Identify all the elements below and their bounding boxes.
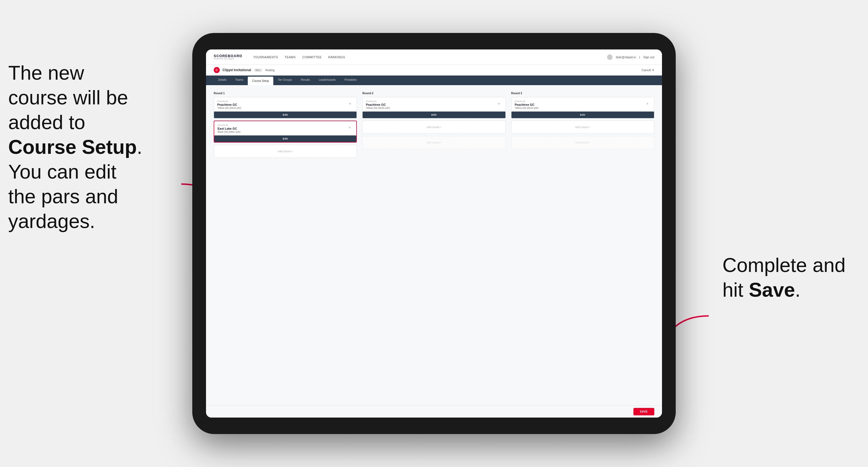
round-2-title: Round 2 <box>362 92 505 95</box>
course-a-name: Peachtree GC <box>217 103 353 106</box>
logo: SCOREBOARD Powered by clippd <box>214 54 242 60</box>
separator: | <box>639 56 640 59</box>
round-2-add-course-button-2: Add Course + <box>362 136 505 149</box>
tab-leaderboards[interactable]: Leaderboards <box>314 75 340 85</box>
c-logo-icon: C <box>214 67 220 73</box>
round-1-course-b-card: (Course B) ✕ East Lake GC Black (M) (689… <box>214 121 357 143</box>
top-nav: SCOREBOARD Powered by clippd TOURNAMENTS… <box>206 50 662 65</box>
round-2-course-a-card: (Course A) ✕ Peachtree GC Yellow (M) (66… <box>362 97 505 118</box>
nav-right: blair@clippd.io | Sign out <box>607 54 654 60</box>
annotation-left: The new course will be added to Course S… <box>8 60 167 234</box>
round-2-course-a-tee: Yellow (M) (6629 yds) <box>366 106 502 109</box>
nav-teams[interactable]: TEAMS <box>285 54 296 60</box>
sub-tabs: Details Teams Course Setup Tee Groups Re… <box>206 75 662 85</box>
save-button[interactable]: SAVE <box>633 408 655 415</box>
round-1-course-a-wrap: (Course A) ✕ Peachtree GC Yellow (M) (66… <box>214 97 357 121</box>
screen-footer: SAVE <box>206 405 662 417</box>
round-2-course-a-name: Peachtree GC <box>366 103 502 106</box>
nav-tournaments[interactable]: TOURNAMENTS <box>253 54 278 60</box>
round-3-delete-icon[interactable]: ✕ <box>646 102 649 105</box>
round-3-add-course-button[interactable]: Add Course + <box>511 121 654 134</box>
tournament-bar: C Clippd Invitational Men Hosting Cancel… <box>206 65 662 75</box>
round-1-course-a-card: (Course A) ✕ Peachtree GC Yellow (M) (66… <box>214 97 357 118</box>
round-3-add-course-button-2: Add Course + <box>511 136 654 149</box>
round-3-title: Round 3 <box>511 92 654 95</box>
tablet-frame: SCOREBOARD Powered by clippd TOURNAMENTS… <box>192 33 676 434</box>
edit-course-a-button[interactable]: Edit <box>214 112 356 118</box>
course-b-name: East Lake GC <box>218 127 353 130</box>
round-1-course-b-wrap: (Course B) ✕ East Lake GC Black (M) (689… <box>214 121 357 145</box>
edit-course-b-button[interactable]: Edit <box>214 135 356 142</box>
round-2-course-a-wrap: (Course A) ✕ Peachtree GC Yellow (M) (66… <box>362 97 505 121</box>
round-1-title: Round 1 <box>214 92 357 95</box>
round-3-edit-button[interactable]: Edit <box>512 112 654 118</box>
cancel-button[interactable]: Cancel ✕ <box>642 68 654 72</box>
tab-course-setup[interactable]: Course Setup <box>248 76 273 85</box>
delete-course-a-icon[interactable]: ✕ <box>349 102 351 105</box>
round-1-add-course-button[interactable]: Add Course + <box>214 145 357 158</box>
annotation-right: Complete and hit Save. <box>722 253 860 302</box>
tab-printables[interactable]: Printables <box>340 75 361 85</box>
tournament-status: Hosting <box>265 69 274 72</box>
nav-links: TOURNAMENTS TEAMS COMMITTEE RANKINGS <box>253 54 598 60</box>
content-area: Round 1 (Course A) ✕ Peachtree GC Yellow… <box>206 85 662 405</box>
round-3-course-a-card: (Course A) ✕ Peachtree GC Yellow (M) (66… <box>511 97 654 118</box>
tab-details[interactable]: Details <box>214 75 231 85</box>
round-2-add-course-button[interactable]: Add Course + <box>362 121 505 134</box>
sign-out-link[interactable]: Sign out <box>643 56 654 59</box>
round-3-course-a-tee: Yellow (M) (6629 yds) <box>515 106 651 109</box>
round-2-delete-icon[interactable]: ✕ <box>498 102 500 105</box>
round-3-course-a-wrap: (Course A) ✕ Peachtree GC Yellow (M) (66… <box>511 97 654 121</box>
tournament-info: C Clippd Invitational Men Hosting <box>214 67 274 73</box>
course-b-tee: Black (M) (6891 yds) <box>218 130 353 133</box>
tab-teams[interactable]: Teams <box>231 75 248 85</box>
round-3-course-a-label: (Course A) <box>515 100 651 102</box>
round-3-course-a-name: Peachtree GC <box>515 103 651 106</box>
nav-committee[interactable]: COMMITTEE <box>303 54 322 60</box>
round-2-course-a-label: (Course A) <box>366 100 502 102</box>
tab-results[interactable]: Results <box>297 75 314 85</box>
nav-rankings[interactable]: RANKINGS <box>328 54 345 60</box>
round-2-edit-button[interactable]: Edit <box>363 112 505 118</box>
course-a-tee: Yellow (M) (6629 yds) <box>217 106 353 109</box>
course-b-label: (Course B) <box>218 124 353 126</box>
avatar <box>607 54 613 60</box>
logo-sub: Powered by clippd <box>214 58 242 60</box>
tournament-gender: Men <box>254 68 262 72</box>
round-2-column: Round 2 (Course A) ✕ Peachtree GC Yellow… <box>362 92 505 160</box>
course-a-label: (Course A) <box>217 100 353 102</box>
tab-tee-groups[interactable]: Tee Groups <box>273 75 297 85</box>
rounds-grid: Round 1 (Course A) ✕ Peachtree GC Yellow… <box>214 92 654 160</box>
tournament-name: Clippd Invitational <box>222 68 251 72</box>
tablet-screen: SCOREBOARD Powered by clippd TOURNAMENTS… <box>206 50 662 417</box>
round-1-column: Round 1 (Course A) ✕ Peachtree GC Yellow… <box>214 92 357 160</box>
delete-course-b-icon[interactable]: ✕ <box>348 126 351 129</box>
user-email: blair@clippd.io <box>616 56 636 59</box>
round-3-column: Round 3 (Course A) ✕ Peachtree GC Yellow… <box>511 92 654 160</box>
